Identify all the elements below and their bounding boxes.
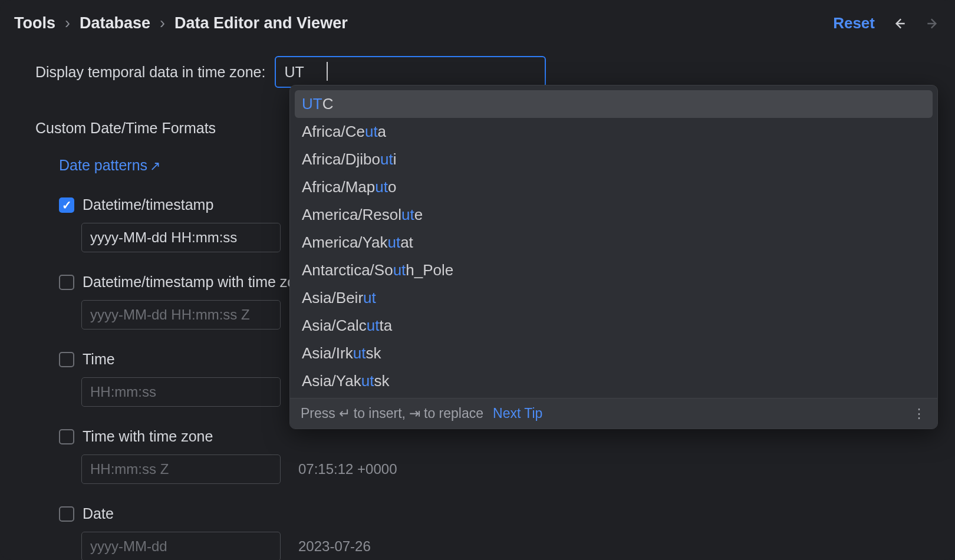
crumb-database[interactable]: Database — [80, 14, 150, 32]
header-actions: Reset — [833, 14, 941, 32]
date-check-row: Date — [59, 505, 920, 522]
autocomplete-item[interactable]: Antarctica/South_Pole — [295, 256, 933, 284]
timez-format-input[interactable] — [81, 454, 281, 484]
crumb-tools[interactable]: Tools — [14, 14, 55, 32]
autocomplete-item[interactable]: Africa/Ceuta — [295, 118, 933, 146]
autocomplete-list: UTCAfrica/CeutaAfrica/DjiboutiAfrica/Map… — [290, 85, 937, 398]
autocomplete-footer: Press ↵ to insert, ⇥ to replace Next Tip… — [290, 398, 937, 429]
datetimez-label: Datetime/timestamp with time zone — [83, 274, 312, 291]
arrow-right-icon — [925, 16, 940, 31]
text-caret — [327, 62, 328, 81]
chevron-right-icon: › — [160, 14, 165, 32]
next-tip-link[interactable]: Next Tip — [493, 406, 542, 421]
breadcrumb: Tools › Database › Data Editor and Viewe… — [14, 14, 348, 32]
date-checkbox[interactable] — [59, 506, 74, 522]
timezone-label: Display temporal data in time zone: — [35, 64, 265, 81]
date-format-input[interactable] — [81, 532, 281, 560]
datetimez-checkbox[interactable] — [59, 275, 74, 290]
autocomplete-item[interactable]: Africa/Djibouti — [295, 146, 933, 173]
hint-text-c: to replace — [424, 406, 483, 421]
chevron-right-icon: › — [65, 14, 70, 32]
timez-preview: 07:15:12 +0000 — [298, 461, 397, 477]
more-icon[interactable]: ⋮ — [913, 406, 927, 421]
autocomplete-item[interactable]: Africa/Maputo — [295, 173, 933, 201]
hint-text-b: to insert, — [354, 406, 406, 421]
reset-button[interactable]: Reset — [833, 14, 875, 32]
external-link-icon: ↗ — [150, 159, 160, 173]
date-format-row: 2023-07-26 — [59, 532, 920, 560]
arrow-left-icon — [892, 16, 907, 31]
autocomplete-item[interactable]: Asia/Yakutsk — [295, 367, 933, 395]
footer-hint: Press ↵ to insert, ⇥ to replace Next Tip — [301, 406, 542, 421]
date-preview: 2023-07-26 — [298, 538, 371, 555]
timez-format-row: 07:15:12 +0000 — [59, 454, 920, 484]
timez-checkbox[interactable] — [59, 429, 74, 444]
time-checkbox[interactable] — [59, 352, 74, 367]
enter-key-icon: ↵ — [339, 406, 350, 421]
autocomplete-item[interactable]: Asia/Beirut — [295, 284, 933, 312]
tab-key-icon: ⇥ — [409, 406, 420, 421]
forward-button — [924, 15, 941, 32]
autocomplete-item[interactable]: America/Resolute — [295, 201, 933, 229]
timezone-autocomplete: UTCAfrica/CeutaAfrica/DjiboutiAfrica/Map… — [289, 85, 938, 429]
crumb-current: Data Editor and Viewer — [174, 14, 348, 32]
date-patterns-link[interactable]: Date patterns — [59, 157, 147, 173]
autocomplete-item[interactable]: Asia/Calcutta — [295, 312, 933, 340]
timezone-row: Display temporal data in time zone: — [35, 56, 920, 88]
timez-check-row: Time with time zone — [59, 428, 920, 445]
back-button[interactable] — [891, 15, 908, 32]
timezone-input-wrap — [275, 56, 546, 88]
header: Tools › Database › Data Editor and Viewe… — [12, 14, 943, 32]
timez-label: Time with time zone — [83, 428, 213, 445]
datetime-format-input[interactable] — [81, 223, 281, 252]
time-label: Time — [83, 351, 115, 368]
datetime-checkbox[interactable] — [59, 197, 74, 213]
autocomplete-item[interactable]: UTC — [295, 90, 933, 118]
date-label: Date — [83, 505, 114, 522]
datetime-label: Datetime/timestamp — [83, 196, 213, 213]
hint-text-a: Press — [301, 406, 335, 421]
autocomplete-item[interactable]: America/Yakutat — [295, 229, 933, 256]
timezone-input[interactable] — [275, 56, 546, 88]
time-format-input[interactable] — [81, 377, 281, 407]
autocomplete-item[interactable]: Asia/Irkutsk — [295, 340, 933, 367]
datetimez-format-input[interactable] — [81, 300, 281, 330]
